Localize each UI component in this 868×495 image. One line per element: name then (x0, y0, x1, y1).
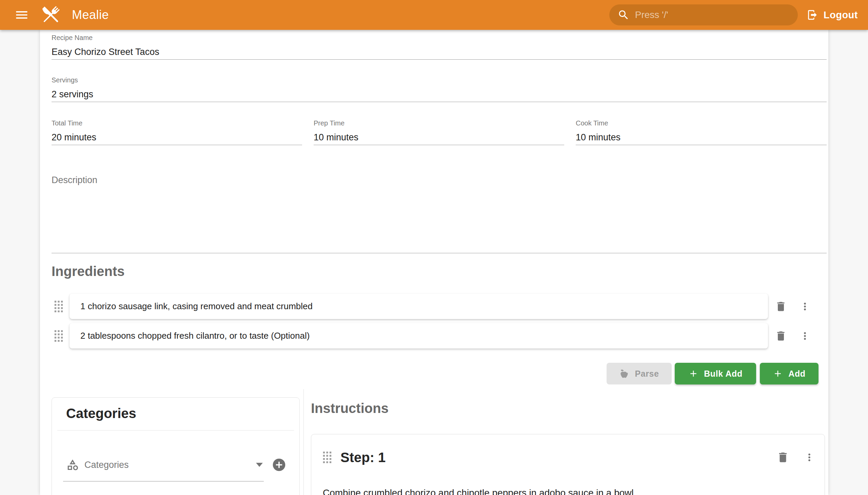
trash-icon (775, 330, 787, 342)
add-category-button[interactable] (272, 457, 287, 472)
apple-icon (619, 369, 629, 379)
search-box[interactable] (609, 4, 798, 25)
kebab-menu-icon (799, 330, 811, 342)
ingredient-row (52, 294, 815, 319)
recipe-name-input[interactable] (52, 45, 827, 60)
recipe-name-label: Recipe Name (52, 34, 827, 41)
bulk-add-label: Bulk Add (704, 369, 743, 379)
categories-title: Categories (66, 405, 136, 422)
delete-ingredient-button[interactable] (775, 330, 787, 342)
shapes-icon (66, 458, 79, 471)
menu-icon (14, 7, 29, 22)
chevron-down-icon (256, 463, 263, 467)
step-text[interactable]: Combine crumbled chorizo and chipotle pe… (323, 488, 811, 495)
logout-icon (806, 9, 818, 21)
plus-icon (773, 369, 783, 379)
select-underline (63, 481, 264, 481)
step-menu-button[interactable] (804, 451, 815, 463)
description-textarea[interactable] (52, 174, 827, 253)
ingredient-input-card (69, 323, 768, 348)
search-input[interactable] (635, 10, 790, 20)
recipe-editor-card: Recipe Name Servings Total Time Prep Tim… (40, 30, 828, 495)
categories-select-placeholder: Categories (84, 460, 129, 470)
cook-time-label: Cook Time (576, 119, 827, 127)
total-time-input[interactable] (52, 130, 302, 145)
step-title: Step: 1 (340, 450, 386, 465)
divider (57, 430, 294, 431)
categories-select[interactable]: Categories (66, 456, 287, 474)
drag-handle-icon[interactable] (54, 301, 63, 312)
instruction-step-card: Step: 1 Combine crumbled chorizo and chi… (311, 434, 825, 495)
add-ingredient-button[interactable]: Add (760, 363, 818, 385)
mealie-logo-icon (39, 3, 63, 27)
drag-handle-icon[interactable] (323, 451, 331, 463)
add-label: Add (788, 369, 805, 379)
plus-circle-icon (272, 457, 287, 472)
trash-icon (775, 301, 787, 312)
plus-icon (688, 369, 698, 379)
parse-label: Parse (635, 369, 659, 379)
hamburger-menu-button[interactable] (12, 5, 31, 24)
total-time-label: Total Time (52, 119, 302, 127)
parse-button[interactable]: Parse (607, 363, 672, 385)
servings-input[interactable] (52, 87, 827, 102)
instructions-section-title: Instructions (311, 400, 389, 416)
logout-button[interactable]: Logout (806, 9, 858, 21)
drag-handle-icon[interactable] (54, 330, 63, 342)
ingredient-input-card (69, 294, 768, 319)
delete-ingredient-button[interactable] (775, 301, 787, 312)
kebab-menu-icon (804, 451, 815, 463)
ingredient-input[interactable] (80, 301, 757, 311)
prep-time-label: Prep Time (313, 119, 564, 127)
trash-icon (777, 451, 789, 464)
ingredient-menu-button[interactable] (799, 301, 811, 312)
app-title: Mealie (72, 8, 109, 22)
ingredients-section-title: Ingredients (52, 263, 125, 279)
logout-label: Logout (823, 10, 858, 21)
ingredient-menu-button[interactable] (799, 330, 811, 342)
bulk-add-button[interactable]: Bulk Add (675, 363, 756, 385)
step-header: Step: 1 (323, 447, 815, 467)
categories-card: Categories Categories (52, 397, 300, 495)
delete-step-button[interactable] (777, 451, 789, 464)
column-divider (304, 389, 304, 495)
search-icon (617, 9, 630, 21)
ingredient-input[interactable] (80, 330, 757, 341)
cook-time-input[interactable] (576, 130, 827, 145)
prep-time-input[interactable] (313, 130, 564, 145)
description-field: Description (52, 174, 827, 253)
kebab-menu-icon (799, 301, 811, 312)
app-bar: Mealie Logout (0, 0, 868, 30)
servings-label: Servings (52, 76, 827, 84)
ingredient-row (52, 323, 815, 348)
